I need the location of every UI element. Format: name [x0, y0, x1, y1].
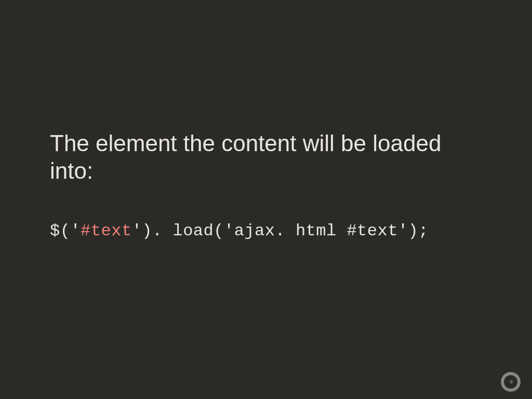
arrow-right-icon [504, 375, 517, 389]
next-slide-button[interactable] [501, 372, 521, 392]
code-highlight: #text [81, 221, 132, 241]
code-post: '). load('ajax. html #text'); [132, 221, 429, 241]
slide: The element the content will be loaded i… [0, 0, 532, 399]
slide-heading: The element the content will be loaded i… [50, 130, 482, 185]
code-pre: $(' [50, 221, 81, 241]
code-line: $('#text'). load('ajax. html #text'); [50, 221, 482, 241]
